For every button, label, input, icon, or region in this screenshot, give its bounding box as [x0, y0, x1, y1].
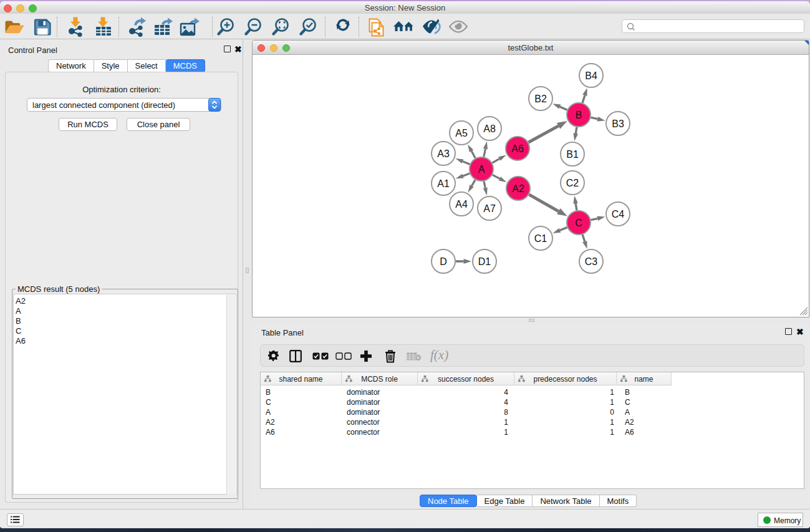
svg-text:A6: A6 — [511, 143, 524, 154]
svg-text:A5: A5 — [455, 128, 468, 138]
svg-text:B3: B3 — [612, 118, 624, 129]
svg-text:D: D — [440, 256, 447, 267]
svg-text:C: C — [575, 218, 582, 228]
svg-text:A8: A8 — [483, 123, 496, 134]
svg-text:D1: D1 — [478, 256, 491, 267]
svg-text:A1: A1 — [437, 178, 450, 189]
svg-text:C3: C3 — [585, 256, 598, 267]
svg-text:A4: A4 — [455, 199, 468, 210]
svg-text:C1: C1 — [534, 233, 547, 244]
svg-text:A2: A2 — [512, 183, 524, 194]
svg-text:A: A — [478, 164, 485, 175]
svg-text:C4: C4 — [612, 209, 625, 220]
svg-text:A7: A7 — [483, 203, 496, 214]
svg-text:B1: B1 — [566, 149, 579, 160]
svg-text:B2: B2 — [534, 94, 547, 104]
svg-text:B: B — [576, 110, 582, 120]
svg-text:C2: C2 — [566, 178, 579, 188]
svg-text:A3: A3 — [437, 148, 450, 159]
svg-text:B4: B4 — [585, 70, 597, 81]
